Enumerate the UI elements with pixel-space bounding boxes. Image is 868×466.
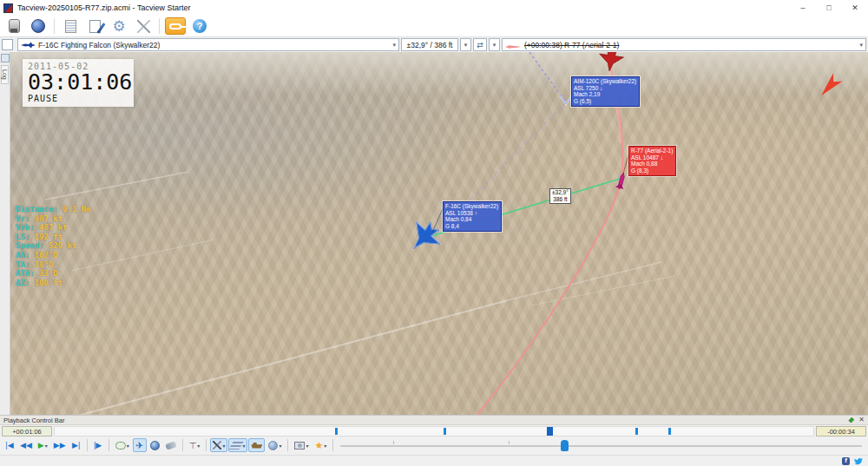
chevron-down-icon: ▾ [197,443,200,449]
star-icon: ★ [314,440,323,451]
aircraft-camera-button[interactable]: ✈ [133,438,147,452]
skip-to-start-button[interactable]: |◀ [3,438,16,452]
cockpit-view-icon [115,442,126,450]
expand-panel-button[interactable] [1,54,10,62]
r77-label[interactable]: R-77 (Aerial-2-1) ASL 10487 ↓ Mach 0,88 … [628,146,676,176]
f16-asl: ASL 10538 ↑ [445,210,498,217]
minimize-button[interactable]: – [790,0,816,16]
world-camera-button[interactable] [148,438,162,452]
playback-buttons-row: |◀ ◀◀ ▶▾ ▶▶ ▶| |▶ ▾ ✈ ⊤▾ ▾ ▾ ▾ ▾ ★▾ [0,437,868,455]
close-button[interactable]: ✕ [842,0,868,16]
notes-button[interactable] [84,17,105,35]
ship-icon [251,443,262,449]
object-selector-row: F-16C Fighting Falcon (Skywalker22) ▾ ±3… [0,36,868,52]
chevron-down-icon: ▾ [279,443,281,449]
range-altitude: 386 ft [552,196,569,203]
separator [287,439,288,451]
panel-toggle-button[interactable] [2,39,13,50]
timeline-current-position[interactable] [547,427,553,436]
globe-options-button[interactable]: ▾ [266,438,284,452]
r77-mach: Mach 0,88 [631,161,673,167]
f16-g: G 8,4 [445,223,498,230]
facebook-icon[interactable]: f [842,457,850,465]
swap-objects-button[interactable]: ⇄ [473,38,487,51]
chevron-down-icon: ▾ [306,443,308,449]
aim120-trail [529,52,566,102]
3d-view[interactable]: 2011-05-02 03:01:06 PAUSE Distance: 0.1 … [10,52,868,415]
chevron-down-icon: ▾ [242,443,245,449]
time-display: 2011-05-02 03:01:06 PAUSE [23,59,134,107]
play-icon: ▶ [38,441,44,450]
f16-label[interactable]: F-16C (Skywalker22) ASL 10538 ↑ Mach 0,8… [443,201,502,232]
swap-dropdown-button[interactable]: ▾ [489,38,500,51]
pin-icon[interactable] [848,417,854,423]
license-key-button[interactable] [165,17,186,35]
r77-name: R-77 (Aerial-2-1) [631,148,673,154]
side-tab-log[interactable]: Log [1,65,9,84]
timeline-row: +00:01:06 -00:00:34 [0,425,868,437]
aim120-name: AIM-120C (Skywalker22) [574,78,636,85]
globe-icon [31,19,45,33]
compass-north-arrow [817,73,842,99]
trails-overlay [10,52,868,415]
labels-toggle-button[interactable]: ▾ [210,438,227,452]
friendly-aircraft-symbol [401,214,446,259]
slider-tick [509,441,510,444]
chevron-down-icon: ▾ [392,42,396,49]
playback-control-bar: Playback Control Bar ✕ +00:01:06 -00:00:… [0,415,868,455]
chevron-down-icon: ▾ [324,443,326,449]
telescope-camera-button[interactable] [163,438,179,452]
flight-log-button[interactable] [60,17,81,35]
aim120-g: G (6,5) [574,98,636,105]
timeline-event-marker[interactable] [335,428,338,435]
timeline-event-marker[interactable] [444,428,446,435]
screenshot-button[interactable]: ▾ [292,438,311,452]
telemetry-line: LS: 192 ft [16,233,91,242]
skip-to-end-button[interactable]: ▶| [69,438,83,452]
terrain-layers-button[interactable]: ▾ [228,438,247,452]
tacview-window: Tacview-20250105-R77.zip.acmi - Tacview … [0,0,868,466]
primary-object-combobox[interactable]: F-16C Fighting Falcon (Skywalker22) ▾ [17,38,399,51]
timeline-track[interactable] [54,426,814,436]
telemetry-list: Distance: 0.1 NmVr: 887 ktVrb: 487 ktLS:… [16,205,91,287]
step-forward-button[interactable]: |▶ [91,438,105,452]
twitter-icon[interactable] [853,457,863,465]
separator [87,439,88,451]
camera-icon [294,442,305,450]
help-button[interactable]: ? [189,17,210,35]
aim120-label[interactable]: AIM-120C (Skywalker22) ASL 7250 ↓ Mach 2… [571,76,640,107]
timeline-zoom-slider[interactable] [340,438,865,452]
object-filter-button[interactable]: ⊤▾ [187,438,203,452]
playback-title: Playback Control Bar [3,417,64,424]
crossed-lines-icon [213,441,221,450]
chevron-down-icon: ▾ [222,443,225,449]
fast-forward-button[interactable]: ▶▶ [51,438,69,452]
play-button[interactable]: ▶▾ [36,438,50,452]
secondary-object-combobox[interactable]: (+00:00:38) R-77 (Aerial-2-1) ▾ [502,38,866,51]
range-dropdown-button[interactable]: ▾ [460,38,471,51]
window-title: Tacview-20250105-R77.zip.acmi - Tacview … [17,3,190,12]
chevron-down-icon: ▾ [127,443,129,449]
slider-handle[interactable] [561,440,569,451]
chevron-down-icon: ▾ [45,443,48,449]
tools-button[interactable] [133,17,154,35]
ships-toggle-button[interactable] [248,438,265,452]
separator [206,439,207,451]
telemetry-line: Distance: 0.1 Nm [16,205,91,214]
close-panel-icon[interactable]: ✕ [858,417,865,423]
maximize-button[interactable]: □ [816,0,842,16]
timeline-event-marker[interactable] [668,428,671,435]
range-display-combobox[interactable]: ±32,9° / 386 ft [401,38,458,51]
online-button[interactable] [28,17,49,35]
settings-button[interactable]: ⚙ [108,17,129,35]
cockpit-camera-button[interactable]: ▾ [113,438,132,452]
playback-header[interactable]: Playback Control Bar ✕ [0,416,868,425]
remaining-time: -00:00:34 [816,426,866,436]
rewind-button[interactable]: ◀◀ [17,438,35,452]
open-file-button[interactable] [3,17,24,35]
aim120-symbol [560,95,572,104]
timeline-event-marker[interactable] [635,428,638,435]
favorites-button[interactable]: ★▾ [312,438,329,452]
playback-state-text: PAUSE [28,94,128,103]
secondary-object-label: (+00:00:38) R-77 (Aerial-2-1) [524,41,619,49]
